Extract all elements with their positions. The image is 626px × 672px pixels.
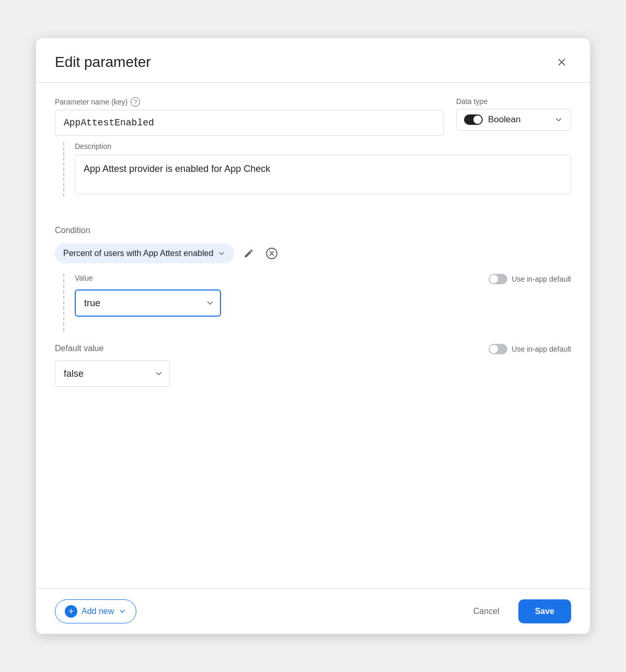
dashed-line-description [63,142,64,196]
save-button[interactable]: Save [518,599,571,623]
edit-parameter-dialog: Edit parameter Parameter name (key) ? Da… [36,38,590,634]
condition-chip[interactable]: Percent of users with App Attest enabled [55,244,234,263]
value-section: Value Use in-app default true false [55,274,571,331]
value-select-wrapper: true false [75,289,221,317]
use-inapp-row-default: Use in-app default [489,344,571,354]
description-input[interactable]: App Attest provider is enabled for App C… [75,155,571,194]
default-value-select-wrapper: true false [55,361,170,387]
param-name-datatype-row: Parameter name (key) ? Data type Boolean [55,97,571,136]
add-new-circle-icon: + [65,605,77,618]
data-type-field: Data type Boolean [456,97,571,131]
condition-chevron-icon [217,249,226,258]
use-inapp-toggle-default[interactable] [489,344,507,354]
use-inapp-label-value: Use in-app default [512,275,571,283]
add-new-label: Add new [82,607,114,616]
description-section: Description App Attest provider is enabl… [55,142,571,196]
cancel-button[interactable]: Cancel [463,600,510,622]
data-type-value: Boolean [488,114,549,125]
default-value-select[interactable]: true false [55,361,170,387]
description-content: Description App Attest provider is enabl… [75,142,571,196]
condition-row: Percent of users with App Attest enabled [55,244,571,263]
condition-label: Condition [55,226,571,235]
condition-section: Condition Percent of users with App Atte… [55,226,571,331]
add-new-chevron-icon [118,607,126,616]
circle-x-icon [265,247,278,260]
param-name-input[interactable] [55,110,444,136]
description-label: Description [75,142,571,150]
dialog-footer: + Add new Cancel Save [36,588,590,634]
data-type-label: Data type [456,97,571,106]
value-content: Value Use in-app default true false [75,274,571,331]
value-label: Value [75,274,93,282]
add-new-button[interactable]: + Add new [55,599,136,623]
param-name-label: Parameter name (key) ? [55,97,444,107]
dialog-body: Parameter name (key) ? Data type Boolean [36,83,590,588]
footer-right: Cancel Save [463,599,571,623]
use-inapp-label-default: Use in-app default [512,345,571,353]
dialog-title: Edit parameter [55,54,151,71]
default-value-section: Default value Use in-app default true fa… [55,344,571,387]
dialog-header: Edit parameter [36,38,590,83]
boolean-toggle-icon [464,114,483,125]
help-icon[interactable]: ? [131,97,140,107]
use-inapp-toggle-value[interactable] [489,274,507,284]
default-value-header-row: Default value Use in-app default [55,344,571,356]
close-button[interactable] [552,53,571,72]
data-type-chevron-icon [554,115,563,124]
condition-chip-label: Percent of users with App Attest enabled [63,249,213,258]
default-value-label: Default value [55,344,103,353]
value-select[interactable]: true false [75,289,221,317]
dashed-line-value [63,274,64,331]
use-inapp-row-value: Use in-app default [489,274,571,284]
data-type-select-wrapper[interactable]: Boolean [456,109,571,131]
pencil-icon [244,248,254,259]
edit-condition-button[interactable] [240,245,257,262]
close-icon [556,56,567,68]
remove-condition-button[interactable] [263,245,280,262]
value-header-row: Value Use in-app default [75,274,571,285]
param-name-field: Parameter name (key) ? [55,97,444,136]
